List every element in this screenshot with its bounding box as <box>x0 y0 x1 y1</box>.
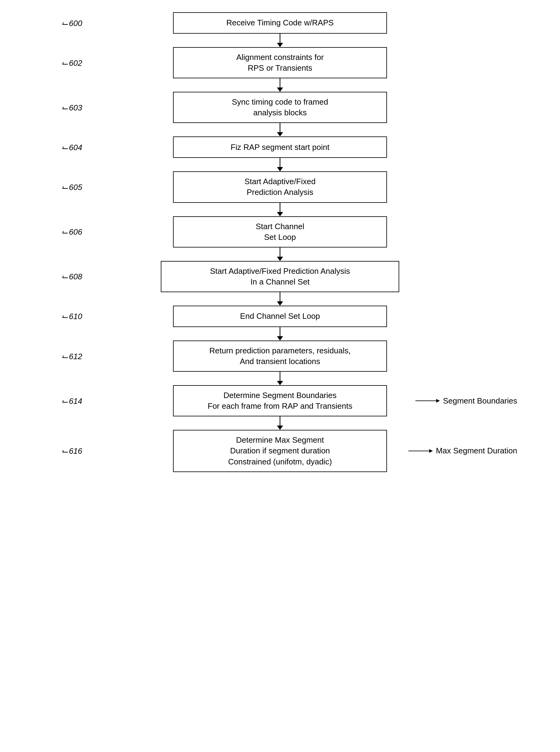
step-label-605: ⌙605 <box>61 182 82 192</box>
step-box-603: Sync timing code to framed analysis bloc… <box>173 92 387 123</box>
svg-marker-3 <box>277 88 283 92</box>
step-box-612: Return prediction parameters, residuals,… <box>173 341 387 372</box>
step-row-610: ⌙610End Channel Set Loop <box>0 306 560 327</box>
arrow-603 <box>173 123 387 136</box>
step-box-616: Determine Max Segment Duration if segmen… <box>173 430 387 472</box>
flowchart-container: ⌙600Receive Timing Code w/RAPS ⌙602Align… <box>0 0 560 484</box>
svg-marker-1 <box>277 43 283 47</box>
svg-marker-15 <box>277 336 283 341</box>
side-label-616: Max Segment Duration <box>408 446 517 456</box>
svg-marker-21 <box>277 426 283 430</box>
svg-marker-11 <box>277 257 283 261</box>
step-row-605: ⌙605Start Adaptive/Fixed Prediction Anal… <box>0 171 560 203</box>
svg-marker-13 <box>277 301 283 306</box>
step-label-604: ⌙604 <box>61 142 82 152</box>
arrow-612 <box>173 372 387 385</box>
step-label-612: ⌙612 <box>61 351 82 361</box>
step-label-610: ⌙610 <box>61 311 82 321</box>
step-label-602: ⌙602 <box>61 58 82 68</box>
step-row-602: ⌙602Alignment constraints for RPS or Tra… <box>0 47 560 78</box>
step-row-606: ⌙606Start Channel Set Loop <box>0 216 560 248</box>
step-box-602: Alignment constraints for RPS or Transie… <box>173 47 387 78</box>
step-box-606: Start Channel Set Loop <box>173 216 387 248</box>
step-label-600: ⌙600 <box>61 18 82 28</box>
step-row-603: ⌙603Sync timing code to framed analysis … <box>0 92 560 123</box>
step-box-614: Determine Segment Boundaries For each fr… <box>173 385 387 417</box>
flow-column: ⌙600Receive Timing Code w/RAPS ⌙602Align… <box>0 12 560 472</box>
arrow-602 <box>173 78 387 92</box>
step-box-600: Receive Timing Code w/RAPS <box>173 12 387 34</box>
svg-marker-17 <box>277 381 283 385</box>
step-row-600: ⌙600Receive Timing Code w/RAPS <box>0 12 560 34</box>
svg-marker-23 <box>429 449 433 453</box>
step-label-614: ⌙614 <box>61 396 82 406</box>
arrow-610 <box>173 327 387 341</box>
step-row-608: ⌙608Start Adaptive/Fixed Prediction Anal… <box>0 261 560 292</box>
arrow-614 <box>173 417 387 430</box>
step-box-605: Start Adaptive/Fixed Prediction Analysis <box>173 171 387 203</box>
step-box-604: Fiz RAP segment start point <box>173 136 387 158</box>
step-row-612: ⌙612Return prediction parameters, residu… <box>0 341 560 372</box>
step-label-606: ⌙606 <box>61 227 82 237</box>
arrow-604 <box>173 158 387 171</box>
side-label-614: Segment Boundaries <box>415 396 517 406</box>
step-row-614: ⌙614Determine Segment Boundaries For eac… <box>0 385 560 417</box>
step-label-616: ⌙616 <box>61 446 82 456</box>
step-label-603: ⌙603 <box>61 102 82 113</box>
arrow-606 <box>173 248 387 261</box>
step-box-610: End Channel Set Loop <box>173 306 387 327</box>
svg-marker-9 <box>277 212 283 216</box>
arrow-608 <box>173 292 387 306</box>
step-row-604: ⌙604Fiz RAP segment start point <box>0 136 560 158</box>
step-row-616: ⌙616Determine Max Segment Duration if se… <box>0 430 560 472</box>
step-label-608: ⌙608 <box>61 271 82 282</box>
svg-marker-7 <box>277 167 283 171</box>
arrow-600 <box>173 34 387 47</box>
svg-marker-5 <box>277 132 283 136</box>
step-box-608: Start Adaptive/Fixed Prediction Analysis… <box>161 261 399 292</box>
svg-marker-19 <box>436 399 440 403</box>
arrow-605 <box>173 203 387 216</box>
